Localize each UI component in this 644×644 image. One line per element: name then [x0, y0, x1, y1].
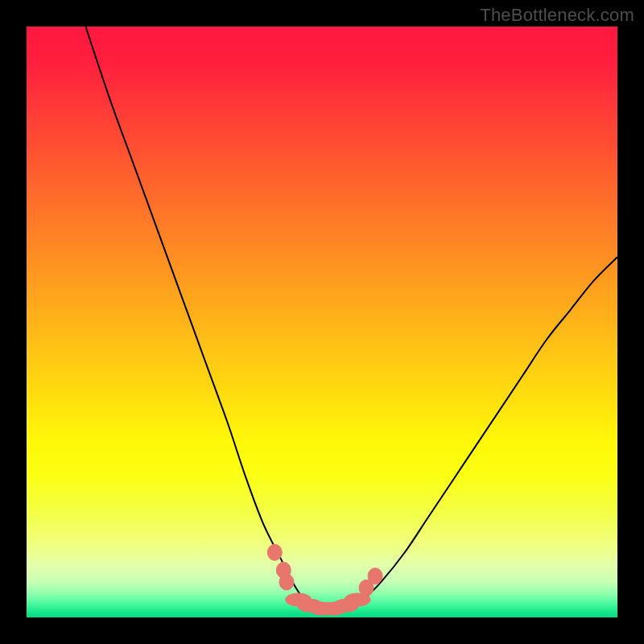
curve-marker — [267, 544, 282, 560]
curve-marker — [279, 574, 294, 590]
watermark-text: TheBottleneck.com — [480, 5, 634, 26]
chart-svg — [27, 27, 617, 617]
chart-frame: TheBottleneck.com — [0, 0, 644, 644]
curve-marker — [368, 568, 382, 584]
chart-plot-area — [27, 27, 617, 617]
